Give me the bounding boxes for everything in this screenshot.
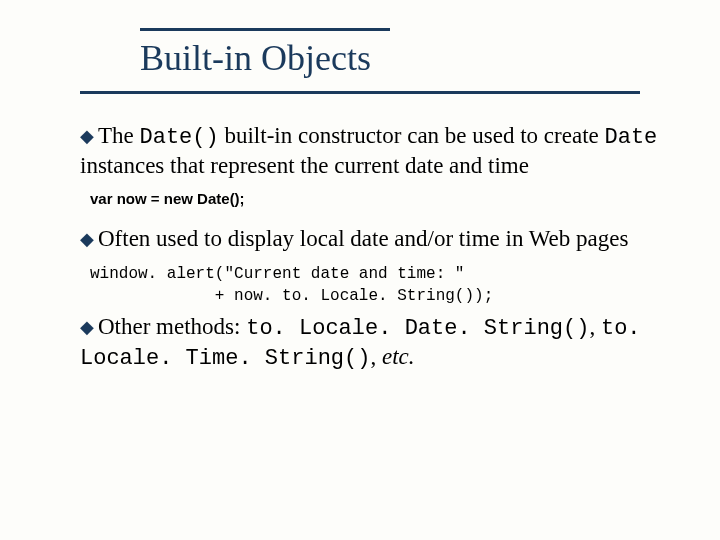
- bullet-3-code-1: to. Locale. Date. String(): [246, 316, 589, 341]
- bullet-1: ◆The Date() built-in constructor can be …: [80, 122, 670, 180]
- diamond-bullet-icon: ◆: [80, 126, 94, 146]
- bullet-1-text-post: instances that represent the current dat…: [80, 153, 529, 178]
- bullet-3-text-pre: Other methods:: [98, 314, 246, 339]
- title-rule-bottom: [80, 91, 640, 94]
- bullet-2: ◆Often used to display local date and/or…: [80, 225, 670, 254]
- diamond-bullet-icon: ◆: [80, 229, 94, 249]
- bullet-1-text-pre: The: [98, 123, 140, 148]
- bullet-3-comma-1: ,: [589, 314, 601, 339]
- code-block-2-line-1: window. alert("Current date and time: ": [90, 265, 464, 283]
- bullet-3: ◆Other methods: to. Locale. Date. String…: [80, 313, 670, 372]
- code-block-1: var now = new Date();: [90, 190, 670, 207]
- bullet-1-text-mid: built-in constructor can be used to crea…: [219, 123, 605, 148]
- bullet-1-code-1: Date(): [140, 125, 219, 150]
- code-block-2: window. alert("Current date and time: " …: [90, 264, 670, 307]
- slide: Built-in Objects ◆The Date() built-in co…: [0, 0, 720, 422]
- bullet-2-text: Often used to display local date and/or …: [98, 226, 628, 251]
- code-block-2-line-2: + now. to. Locale. String());: [90, 287, 493, 305]
- slide-title: Built-in Objects: [140, 37, 670, 79]
- title-rule-top: [140, 28, 390, 31]
- diamond-bullet-icon: ◆: [80, 317, 94, 337]
- bullet-1-code-2: Date: [604, 125, 657, 150]
- bullet-3-etc: etc.: [382, 344, 415, 369]
- bullet-3-comma-2: ,: [370, 344, 382, 369]
